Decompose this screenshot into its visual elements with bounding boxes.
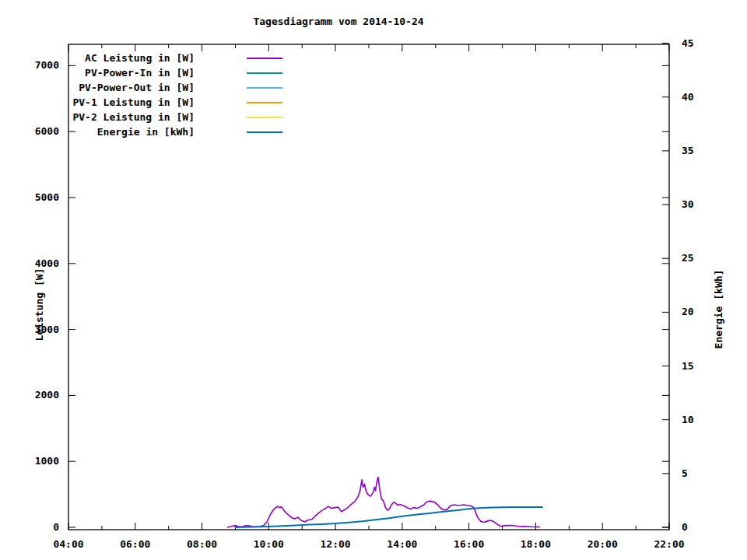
svg-text:0: 0	[682, 521, 688, 533]
svg-text:14:00: 14:00	[387, 538, 417, 550]
legend-item-0: AC Leistung in [W]	[0, 51, 327, 65]
legend-line-sample	[247, 72, 282, 74]
svg-text:25: 25	[682, 252, 694, 264]
svg-text:4000: 4000	[35, 257, 59, 269]
svg-text:30: 30	[682, 198, 694, 210]
svg-text:35: 35	[682, 145, 694, 156]
legend-line-sample	[247, 58, 282, 59]
series-paths	[228, 478, 542, 527]
legend-line-sample	[247, 117, 282, 118]
svg-text:20:00: 20:00	[587, 538, 618, 550]
svg-text:3000: 3000	[35, 324, 59, 335]
svg-text:10: 10	[682, 414, 694, 425]
svg-text:18:00: 18:00	[521, 538, 551, 550]
svg-text:08:00: 08:00	[187, 538, 217, 550]
legend-line-sample	[247, 131, 282, 133]
legend-item-2: PV-Power-Out in [W]	[0, 80, 327, 95]
legend-item-1: PV-Power-In in [W]	[0, 65, 327, 80]
svg-text:0: 0	[53, 521, 59, 533]
svg-text:16:00: 16:00	[454, 538, 484, 550]
legend-item-5: Energie in [kWh]	[0, 124, 327, 139]
svg-text:40: 40	[682, 91, 694, 103]
legend-item-4: PV-2 Leistung in [W]	[0, 110, 327, 124]
legend-label: Energie in [kWh]	[0, 126, 195, 138]
legend-label: PV-Power-Out in [W]	[0, 82, 195, 93]
svg-text:22:00: 22:00	[654, 538, 684, 550]
svg-text:45: 45	[682, 37, 694, 49]
y2-axis-ticks: 051015202530354045	[662, 37, 694, 533]
chart-screen: Tagesdiagramm vom 2014-10-24 Leistung [W…	[0, 0, 747, 560]
svg-text:10:00: 10:00	[254, 538, 284, 550]
svg-text:06:00: 06:00	[120, 538, 150, 550]
svg-text:5000: 5000	[35, 191, 59, 203]
legend-label: AC Leistung in [W]	[0, 52, 195, 64]
svg-text:1000: 1000	[35, 455, 59, 467]
legend-label: PV-1 Leistung in [W]	[0, 96, 195, 108]
legend-item-3: PV-1 Leistung in [W]	[0, 95, 327, 110]
svg-text:2000: 2000	[35, 389, 59, 401]
series-line-0	[228, 478, 540, 527]
legend: AC Leistung in [W]PV-Power-In in [W]PV-P…	[0, 51, 327, 139]
svg-text:04:00: 04:00	[53, 538, 83, 550]
legend-label: PV-Power-In in [W]	[0, 67, 195, 79]
svg-text:12:00: 12:00	[321, 538, 351, 550]
svg-text:15: 15	[682, 360, 694, 372]
svg-text:20: 20	[682, 306, 694, 317]
legend-label: PV-2 Leistung in [W]	[0, 111, 195, 123]
svg-text:5: 5	[682, 467, 688, 479]
legend-line-sample	[247, 102, 282, 103]
legend-line-sample	[247, 87, 282, 89]
